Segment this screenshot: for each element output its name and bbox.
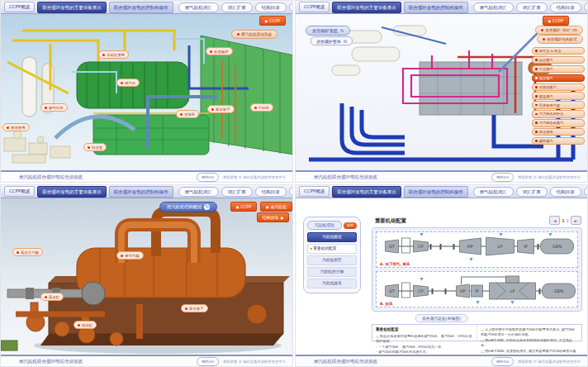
ccpp-overview-button[interactable]: CCPP概述 <box>299 2 330 12</box>
help-button[interactable]: 帮助(H) <box>491 357 514 366</box>
app-title: 燃汽轮机联合循环电站培训系统 <box>19 359 83 365</box>
hotspot-label: 给水泵 <box>92 145 102 150</box>
vocabulary-button[interactable]: 燃气轮机词汇 <box>178 187 219 197</box>
ccpp-overview-button[interactable]: CCPP概述 <box>4 186 35 197</box>
sidebar-item-shaft[interactable]: 汽轮机的主轴 <box>307 267 357 277</box>
page-number-2[interactable]: 2 <box>567 218 569 223</box>
structure-catalog-button[interactable]: 结构目录 <box>255 187 287 197</box>
tab-control-operation[interactable]: 联合循环发电的控制和操作 <box>404 186 468 198</box>
component-label-gen: GEN <box>552 244 562 249</box>
hotspot-control-valve[interactable]: 调节汽阀 <box>116 251 144 260</box>
tab-control-operation[interactable]: 联合循环发电的控制和操作 <box>109 186 173 198</box>
hotspot-dot-icon <box>254 107 257 109</box>
hotspot-lp-cylinder[interactable]: 低压缸 <box>74 321 97 329</box>
font-size-button[interactable]: AA <box>289 187 293 196</box>
turbine-3d-graphic <box>1 198 292 355</box>
hotspot-dot-icon <box>210 50 212 53</box>
ccpp-back-button[interactable]: ◼ CCPP <box>230 202 257 212</box>
steam-item-hx-steam[interactable]: 汽汽换热器蒸汽 <box>532 119 585 126</box>
prev-page-button[interactable]: ◄ <box>549 216 560 225</box>
tab-main-equipment[interactable]: 联合循环发电的主要设备展示 <box>37 2 107 13</box>
steam-item-hp[interactable]: 高压蒸汽 <box>532 56 585 64</box>
hotspot-hp-cylinder[interactable]: 高压缸 <box>40 293 64 301</box>
font-size-button[interactable]: AA <box>584 2 588 12</box>
hrsg-system-panel-button[interactable]: 余热锅炉系统 ↻ <box>306 26 350 36</box>
hotspot-hrsg[interactable]: 余热锅炉 <box>206 47 233 55</box>
steam-item-drain[interactable]: 疏水系统 <box>532 128 585 136</box>
hotspot-generator[interactable]: 发电机 <box>176 110 199 118</box>
hrsg-whole-button[interactable]: 余热锅炉整体 ⊡ <box>311 36 353 45</box>
hotspot-cooling-water[interactable]: 冷却水系统 <box>98 50 129 59</box>
sidebar-item-types[interactable]: 汽轮机类型 <box>307 255 357 265</box>
sidebar-item-description[interactable]: 汽轮机描述 <box>307 279 357 288</box>
hotspot-main-stop-valve[interactable]: 高压主汽阀 <box>12 248 43 256</box>
structure-catalog-button[interactable]: 结构目录 <box>550 187 581 197</box>
tab-control-operation[interactable]: 联合循环发电的控制和操作 <box>404 2 468 13</box>
vocabulary-button[interactable]: 燃气轮机词汇 <box>473 2 514 12</box>
ccpp-overview-button[interactable]: CCPP概述 <box>299 186 330 197</box>
turbine-structure-panel-button[interactable]: 蒸汽轮机结构概述 ↻ <box>159 202 217 212</box>
tab-main-equipment[interactable]: 联合循环发电的主要设备展示 <box>332 2 401 13</box>
component-label-ip: IP <box>475 288 479 293</box>
tab-main-equipment[interactable]: 联合循环发电的主要设备展示 <box>332 186 401 198</box>
hotspot-lube-oil[interactable]: 滑油系统 <box>2 123 30 131</box>
vocab-expand-button[interactable]: 词汇扩展 <box>516 2 548 12</box>
item-dot-icon <box>535 113 538 116</box>
vocab-expand-button[interactable]: 词汇扩展 <box>221 2 253 12</box>
item-dot-icon <box>535 140 538 142</box>
ccpp-back-button[interactable]: ◼ CCPP <box>543 16 569 26</box>
steam-item-transport[interactable]: 输送蒸汽 <box>532 92 585 99</box>
steam-item-standby[interactable]: 启停备用汽源 <box>532 101 585 108</box>
sidebar-item-config-current[interactable]: ▸重要机组配置 <box>307 244 357 254</box>
vocab-expand-button[interactable]: 词汇扩展 <box>221 187 253 197</box>
vr-360-button[interactable]: 余热锅炉 360° VR <box>535 26 583 35</box>
next-page-button[interactable]: ► <box>571 216 581 225</box>
note-line: □ 图b是单轴型, 低速驱动形式, 高压和重要蒸汽的流动是通过精密的转轴传递至发… <box>481 349 578 355</box>
hotspot-feed-pump[interactable]: 给水泵 <box>83 143 107 151</box>
steam-item-lp-selected[interactable]: 低压蒸汽 <box>532 74 585 82</box>
hotspot-turning-gear[interactable]: 盘车装置 <box>181 304 208 312</box>
tab-control-operation[interactable]: 联合循环发电的控制和操作 <box>109 2 173 13</box>
hotspot-label: 低压缸 <box>82 323 92 327</box>
font-size-button[interactable]: AA <box>584 187 588 196</box>
structure-catalog-button[interactable]: 结构目录 <box>255 2 287 12</box>
hrsg-system-label: 余热锅炉系统 <box>312 28 338 34</box>
ccpp-overview-button[interactable]: CCPP概述 <box>4 2 35 12</box>
component-label-gt: GT <box>389 288 396 293</box>
panel-icon: ⊡ <box>344 39 347 44</box>
structure-catalog-button[interactable]: 结构目录 <box>550 2 581 12</box>
steam-item-hx-feedwater[interactable]: 汽汽换热器给水 <box>532 110 585 117</box>
hotspot-dot-icon <box>17 251 19 254</box>
steam-item-cold-reheat[interactable]: 冷再热蒸汽 <box>532 83 585 91</box>
hotspot-turning-gear[interactable]: 盘车装置 <box>207 105 235 113</box>
steam-item-ip[interactable]: 中压蒸汽 <box>532 65 585 73</box>
ccpp-back-button[interactable]: ◼ CCPP <box>259 16 286 26</box>
lube-oil-system-button[interactable]: 燃气轮机滑油系统 <box>231 30 277 39</box>
steam-turbine-button[interactable]: ◼ 蒸汽轮机 <box>260 202 292 212</box>
status-bar: 燃汽轮机联合循环电站培训系统 帮助(H) 版权所有 © 电站仿真培训软件开发中心 <box>1 355 292 366</box>
figure-b-box: GT CP HP IP LP GEN B. 双流 <box>376 271 578 307</box>
hotspot-dot-icon <box>180 113 183 116</box>
steam-item-auxiliary[interactable]: 辅助蒸汽 <box>532 137 585 145</box>
lube-oil-system-label: 燃气轮机滑油系统 <box>241 32 272 36</box>
font-size-button[interactable]: AA <box>289 2 293 12</box>
help-button[interactable]: 帮助(H) <box>197 357 219 366</box>
hotspot-label: 调节汽阀 <box>125 254 140 258</box>
help-button[interactable]: 帮助(H) <box>197 173 219 182</box>
sidebar-item-overview[interactable]: 汽轮机概述 <box>307 232 357 242</box>
steam-item-condensate[interactable]: 凝结水 & 给水 <box>532 47 585 55</box>
hotspot-condenser[interactable]: 凝汽器 <box>116 79 140 87</box>
vocab-expand-button[interactable]: 词汇扩展 <box>516 187 548 197</box>
hotspot-dot-icon <box>88 146 90 149</box>
hotspot-steam-turbine[interactable]: 汽轮机 <box>250 103 273 112</box>
page-number-current[interactable]: 1 <box>562 218 564 223</box>
help-button[interactable]: 帮助(H) <box>491 173 514 182</box>
quadrant-config-document: CCPP概述 联合循环发电的主要设备展示 联合循环发电的控制和操作 燃气轮机词汇… <box>295 184 588 367</box>
sidebar-back-button[interactable]: 返回 <box>344 222 357 229</box>
vocabulary-button[interactable]: 燃气轮机词汇 <box>178 2 219 12</box>
tab-main-equipment[interactable]: 联合循环发电的主要设备展示 <box>37 186 107 198</box>
disassembly-button[interactable]: 余热锅炉结构拆装 <box>537 35 583 44</box>
hotspot-gas-turbine[interactable]: 燃气轮机 <box>40 103 68 112</box>
structure-disassembly-button[interactable]: 结构拆装 ◼ <box>257 212 289 222</box>
vocabulary-button[interactable]: 燃气轮机词汇 <box>473 187 514 197</box>
